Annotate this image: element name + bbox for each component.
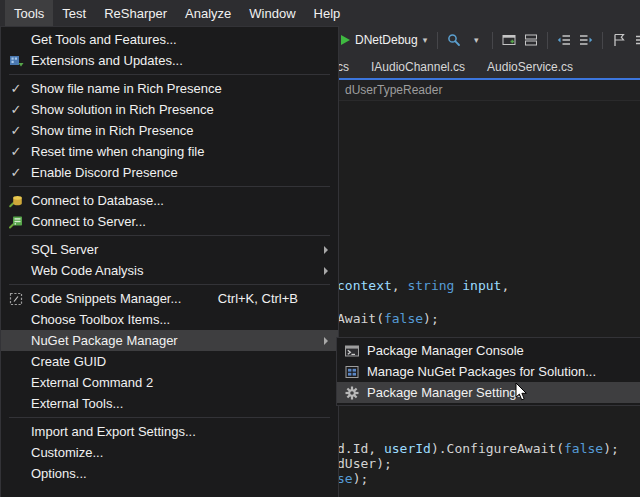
start-debugging-button[interactable]: DNetDebug▾ [338, 31, 430, 49]
database-icon [1, 193, 31, 209]
menu-item-label: Show file name in Rich Presence [31, 81, 338, 96]
code-line: Await(false); [337, 311, 439, 326]
nuget-submenu-item-package-manager-console[interactable]: Package Manager Console [337, 340, 640, 361]
code-token: ); [353, 471, 369, 486]
tools-menu-item-code-snippets-manager[interactable]: Code Snippets Manager...Ctrl+K, Ctrl+B [1, 288, 338, 309]
menu-item-label: Web Code Analysis [31, 263, 338, 278]
tools-menu-item-options[interactable]: Options... [1, 463, 338, 484]
code-line: dUser); [337, 456, 392, 471]
menu-item-label: Customize... [31, 445, 338, 460]
navigate-forward-icon[interactable] [577, 31, 595, 49]
attach-to-process-icon[interactable] [445, 31, 463, 49]
checkmark-icon: ✓ [1, 124, 31, 137]
menu-item-label: Extensions and Updates... [31, 53, 338, 68]
menu-bar: ToolsTestReSharperAnalyzeWindowHelp [0, 0, 640, 26]
menu-item-label: Choose Toolbox Items... [31, 312, 338, 327]
play-icon [341, 35, 350, 45]
manage-packages-icon [337, 364, 367, 380]
menu-item-label: Reset time when changing file [31, 144, 338, 159]
menubar-item-resharper[interactable]: ReSharper [95, 0, 176, 26]
toolbar-separator [492, 32, 493, 49]
code-token: false [564, 441, 603, 456]
navigate-backward-icon[interactable] [555, 31, 573, 49]
submenu-arrow-icon [324, 246, 328, 254]
menu-item-label: NuGet Package Manager [31, 333, 338, 348]
checkmark-icon: ✓ [1, 145, 31, 158]
menu-separator [9, 186, 330, 187]
tools-menu-item-external-tools[interactable]: External Tools... [1, 393, 338, 414]
checkmark-icon: ✓ [1, 103, 31, 116]
tools-menu-item-connect-to-database[interactable]: Connect to Database... [1, 190, 338, 211]
dropdown-arrow-icon[interactable]: ▾ [467, 31, 485, 49]
menubar-item-tools[interactable]: Tools [5, 0, 53, 26]
menu-item-label: Package Manager Settings [367, 385, 640, 400]
snippets-icon [1, 291, 31, 307]
menu-item-label: Show time in Rich Presence [31, 123, 338, 138]
tools-menu-item-show-file-name-in-rich-presence[interactable]: ✓Show file name in Rich Presence [1, 78, 338, 99]
tools-menu-item-get-tools-and-features[interactable]: Get Tools and Features... [1, 29, 338, 50]
code-line: d.Id, userId).ConfigureAwait(false); [337, 441, 619, 456]
menubar-item-analyze[interactable]: Analyze [176, 0, 240, 26]
tools-menu-item-show-solution-in-rich-presence[interactable]: ✓Show solution in Rich Presence [1, 99, 338, 120]
menu-separator [9, 417, 330, 418]
menu-item-label: Get Tools and Features... [31, 32, 338, 47]
code-token: false [384, 311, 423, 326]
code-token: ); [423, 311, 439, 326]
menu-item-label: External Command 2 [31, 375, 338, 390]
menu-item-label: Show solution in Rich Presence [31, 102, 338, 117]
code-token: userId [384, 441, 431, 456]
menubar-item-test[interactable]: Test [53, 0, 95, 26]
tools-menu-item-show-time-in-rich-presence[interactable]: ✓Show time in Rich Presence [1, 120, 338, 141]
breadcrumb-text: dUserTypeReader [345, 83, 442, 97]
code-token: dUser); [337, 456, 392, 471]
tools-menu-item-enable-discord-presence[interactable]: ✓Enable Discord Presence [1, 162, 338, 183]
chevron-down-icon: ▾ [423, 36, 428, 45]
menu-item-label: Connect to Database... [31, 193, 338, 208]
menu-item-shortcut: Ctrl+K, Ctrl+B [218, 291, 298, 306]
toolbar-separator [437, 32, 438, 49]
code-token: string [407, 278, 454, 293]
gear-icon [337, 385, 367, 401]
menu-item-label: External Tools... [31, 396, 338, 411]
nuget-submenu-item-manage-nuget-packages-for-solution[interactable]: Manage NuGet Packages for Solution... [337, 361, 640, 382]
code-token: d.Id, [337, 441, 384, 456]
code-token: , [501, 278, 509, 293]
console-icon [337, 343, 367, 359]
code-token: ); [603, 441, 619, 456]
tools-menu-item-reset-time-when-changing-file[interactable]: ✓Reset time when changing file [1, 141, 338, 162]
bookmark-icon[interactable] [610, 31, 628, 49]
toolbar-separator [547, 32, 548, 49]
task-list-icon[interactable] [632, 31, 640, 49]
checkmark-icon: ✓ [1, 82, 31, 95]
tools-menu-item-nuget-package-manager[interactable]: NuGet Package Manager [1, 330, 338, 351]
preview-window-icon[interactable] [500, 31, 518, 49]
menu-item-label: Import and Export Settings... [31, 424, 338, 439]
tools-menu-item-import-and-export-settings[interactable]: Import and Export Settings... [1, 421, 338, 442]
tools-menu: Get Tools and Features...Extensions and … [0, 26, 339, 497]
tools-menu-item-extensions-and-updates[interactable]: Extensions and Updates... [1, 50, 338, 71]
code-line: se); [337, 471, 368, 486]
tab-audioservice-cs[interactable]: AudioService.cs [476, 54, 584, 80]
menu-item-label: Manage NuGet Packages for Solution... [367, 364, 640, 379]
tools-menu-item-web-code-analysis[interactable]: Web Code Analysis [1, 260, 338, 281]
tools-menu-item-choose-toolbox-items[interactable]: Choose Toolbox Items... [1, 309, 338, 330]
menubar-item-help[interactable]: Help [305, 0, 350, 26]
menu-separator [9, 74, 330, 75]
tools-menu-item-connect-to-server[interactable]: Connect to Server... [1, 211, 338, 232]
menubar-item-window[interactable]: Window [240, 0, 304, 26]
code-token: context [337, 278, 392, 293]
tools-menu-item-sql-server[interactable]: SQL Server [1, 239, 338, 260]
code-line: context, string input, [337, 278, 509, 293]
tab-iaudiochannel-cs[interactable]: IAudioChannel.cs [360, 54, 476, 80]
submenu-arrow-icon [324, 267, 328, 275]
mouse-cursor [515, 382, 528, 402]
tools-menu-item-customize[interactable]: Customize... [1, 442, 338, 463]
toolbar-separator [602, 32, 603, 49]
new-window-icon[interactable] [522, 31, 540, 49]
tools-menu-item-external-command-2[interactable]: External Command 2 [1, 372, 338, 393]
nuget-package-manager-submenu: Package Manager ConsoleManage NuGet Pack… [336, 337, 640, 406]
debug-profile-label: DNetDebug [355, 33, 418, 47]
extensions-icon [1, 53, 31, 69]
nuget-submenu-item-package-manager-settings[interactable]: Package Manager Settings [337, 382, 640, 403]
tools-menu-item-create-guid[interactable]: Create GUID [1, 351, 338, 372]
